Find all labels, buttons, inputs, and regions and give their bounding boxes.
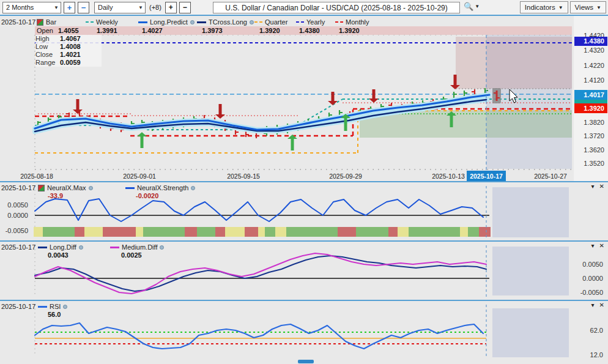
legend-item-weekly[interactable]: Weekly xyxy=(86,18,118,26)
info-dot-icon[interactable] xyxy=(79,245,83,250)
dashed-line-icon xyxy=(335,21,343,23)
info-dot-icon[interactable] xyxy=(63,305,67,309)
ohlc-value: 1.4008 xyxy=(60,43,81,51)
legend-value-medium-diff: 0.0025 xyxy=(121,251,142,259)
close-panel-icon[interactable]: ✕ xyxy=(599,242,604,249)
legend-item-bar[interactable]: Bar xyxy=(37,18,56,26)
dashed-line-icon xyxy=(296,21,304,23)
ohlc-key: High xyxy=(35,35,60,43)
legend-values-row: Open1.40551.39911.40271.39731.39201.4380… xyxy=(35,26,572,35)
bars-plus-button[interactable]: + xyxy=(165,2,177,13)
panel-resize-handle[interactable] xyxy=(298,360,314,363)
line-style-icon xyxy=(197,21,206,23)
y-axis-tick: -0.0050 xyxy=(580,289,603,296)
resistance-zone xyxy=(456,37,572,89)
collapse-panel-icon[interactable]: ▾ xyxy=(591,183,595,190)
legend-label: TCross.Long xyxy=(209,18,247,26)
neuralx-max-strip xyxy=(479,227,491,237)
ohlc-key: Range xyxy=(35,59,60,67)
neuralx-max-strip xyxy=(286,227,338,237)
bar-style-icon xyxy=(38,185,45,191)
legend-value-monthly: 1.3920 xyxy=(339,27,360,34)
legend-item-neuralx-strength[interactable]: NeuralX.Strength xyxy=(125,184,195,191)
ohlc-key: Low xyxy=(35,43,60,51)
main-chart-legend: BarWeeklyLong.PredictTCross.LongQuarterY… xyxy=(0,18,608,26)
neuralx-max-strip xyxy=(34,227,43,237)
price-axis-tick: 1.3820 xyxy=(584,119,604,126)
close-panel-icon[interactable]: ✕ xyxy=(599,183,604,190)
search-icon[interactable]: 🔍 xyxy=(464,2,473,11)
legend-value-long-predict: 1.4027 xyxy=(142,27,163,34)
info-dot-icon[interactable] xyxy=(160,245,164,250)
range-zoom-in-button[interactable]: + xyxy=(64,2,75,13)
legend-item-tcross-long[interactable]: TCross.Long xyxy=(197,18,254,26)
neuralx-max-strip xyxy=(143,227,185,237)
info-dot-icon[interactable] xyxy=(89,186,93,190)
x-axis-tick: 2025-10-27 xyxy=(534,173,567,180)
neuralx-max-strip xyxy=(409,227,460,237)
dashed-line-icon xyxy=(254,21,262,23)
open-label: Open xyxy=(37,27,53,34)
close-panel-icon[interactable]: ✕ xyxy=(599,302,604,308)
cursor-date: 2025-10-17 xyxy=(1,184,35,191)
sell-arrow-icon xyxy=(328,101,338,105)
neuralx-max-strip xyxy=(265,227,275,237)
diff-plot[interactable]: 0.00500.0000-0.0050 xyxy=(0,242,608,300)
chevron-down-icon: ▼ xyxy=(596,5,601,10)
neuralx-max-strip xyxy=(136,227,143,237)
main-chart-panel: 1.44201.43201.42201.41201.38201.37201.36… xyxy=(0,16,608,181)
legend-value-yearly: 1.4380 xyxy=(299,27,320,34)
legend-item-neuralx-max[interactable]: NeuralX.Max xyxy=(38,184,93,191)
legend-label: Medium.Diff xyxy=(122,243,157,251)
collapse-panel-icon[interactable]: ▾ xyxy=(591,302,595,308)
sell-arrow-icon xyxy=(369,98,379,103)
legend-item-medium-diff[interactable]: Medium.Diff xyxy=(110,243,164,251)
neuralx-max-strip xyxy=(460,227,468,237)
neuralx-max-strip xyxy=(43,227,75,237)
chevron-down-icon: ▼ xyxy=(138,5,143,10)
info-dot-icon[interactable] xyxy=(191,186,195,190)
views-button[interactable]: Views▼ xyxy=(570,1,606,13)
indicators-button[interactable]: Indicators▼ xyxy=(520,1,568,13)
y-axis-tick: 0.0050 xyxy=(7,201,28,209)
rsi-plot[interactable]: 62.012.0 xyxy=(0,301,608,364)
forecast-zone xyxy=(492,247,569,295)
y-axis-tick: 0.0000 xyxy=(7,212,28,219)
range-zoom-out-button[interactable]: − xyxy=(78,2,89,13)
info-dot-icon[interactable] xyxy=(190,20,195,24)
price-axis-tick: 1.4220 xyxy=(584,62,604,69)
range-select[interactable]: 2 Months▼ xyxy=(2,2,61,13)
legend-label: Long.Diff xyxy=(50,243,76,251)
legend-item-long-diff[interactable]: Long.Diff xyxy=(38,243,83,251)
legend-item-long-predict[interactable]: Long.Predict xyxy=(138,18,195,26)
rsi-panel: 62.012.0 2025-10-17 RSI56.0 ▾✕ xyxy=(0,301,608,364)
legend-item-monthly[interactable]: Monthly xyxy=(335,18,369,26)
cursor-date: 2025-10-17 xyxy=(1,243,35,251)
symbol-search[interactable]: 🔍 ▼ xyxy=(464,2,480,11)
buy-arrow-icon xyxy=(137,132,147,136)
neuralx-max-strip xyxy=(388,227,398,237)
legend-label: Long.Predict xyxy=(150,18,188,26)
bars-minus-button[interactable]: − xyxy=(179,2,191,13)
legend-value-rsi: 56.0 xyxy=(48,311,61,318)
y-axis-tick: 12.0 xyxy=(590,351,603,358)
price-axis-tick: 1.3720 xyxy=(584,132,604,139)
legend-item-yearly[interactable]: Yearly xyxy=(296,18,325,26)
collapse-panel-icon[interactable]: ▾ xyxy=(591,242,595,249)
symbol-title[interactable]: U.S. Dollar / Canadian Dollar - USD/CAD … xyxy=(213,2,460,13)
price-axis-tick: 1.3620 xyxy=(584,146,604,154)
neuralx-max-strip xyxy=(84,227,103,237)
legend-item-rsi[interactable]: RSI xyxy=(38,303,67,310)
interval-select[interactable]: Daily▼ xyxy=(94,2,146,13)
neuralx-max-strip xyxy=(245,227,258,237)
line-style-icon xyxy=(110,247,119,248)
price-axis-tick: 1.3520 xyxy=(584,160,604,167)
legend-value-weekly: 1.3991 xyxy=(97,27,117,34)
legend-item-quarter[interactable]: Quarter xyxy=(254,18,287,26)
legend-value-quarter: 1.3920 xyxy=(259,27,280,34)
info-dot-icon[interactable] xyxy=(250,20,254,24)
price-badge-value: 1.4380 xyxy=(584,37,604,45)
legend-label: Bar xyxy=(46,18,56,26)
ohlc-key: Close xyxy=(35,51,60,59)
line-style-icon xyxy=(125,187,135,189)
